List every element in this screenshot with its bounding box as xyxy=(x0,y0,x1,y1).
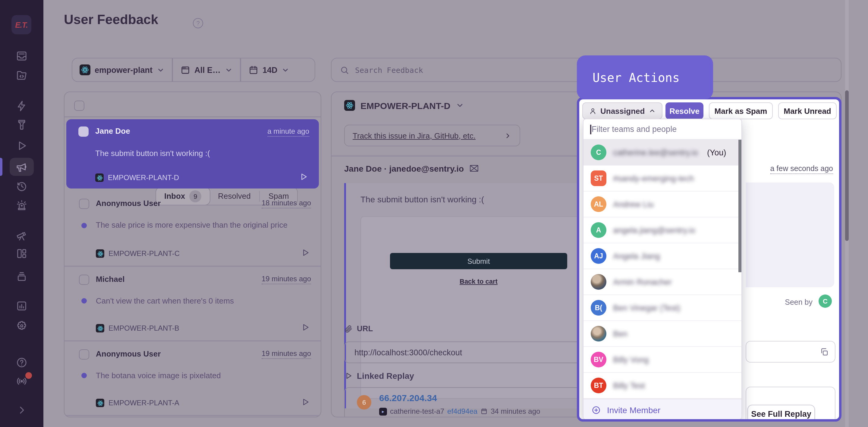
item-checkbox[interactable] xyxy=(79,349,89,360)
avatar: C xyxy=(591,144,607,160)
play-replay-icon[interactable] xyxy=(299,172,308,181)
inbox-icon[interactable] xyxy=(16,50,28,62)
history-icon[interactable] xyxy=(16,180,28,192)
replay-session: catherine-test-a7 xyxy=(390,407,444,416)
detail-project-header[interactable]: EMPOWER-PLANT-D xyxy=(344,100,464,111)
assignee-option[interactable]: A angela.jiang@sentry.io xyxy=(584,218,741,243)
play-replay-icon[interactable] xyxy=(301,248,310,257)
url-section-label: URL xyxy=(357,324,373,333)
track-issue-button[interactable]: Track this issue in Jira, GitHub, etc. xyxy=(344,125,520,146)
see-full-replay-button[interactable]: See Full Replay xyxy=(747,405,815,422)
item-timestamp[interactable]: a minute ago xyxy=(267,127,309,137)
search-icon xyxy=(340,65,349,74)
environment-select[interactable]: All E… xyxy=(173,58,240,81)
page-scrollbar-thumb[interactable] xyxy=(845,90,849,241)
detail-project-id: EMPOWER-PLANT-D xyxy=(361,100,450,110)
assignee-option[interactable]: AL Andrew Liu xyxy=(584,192,741,218)
assignee-option[interactable]: Ben xyxy=(584,321,741,347)
archive-icon[interactable] xyxy=(16,270,28,283)
feedback-timestamp[interactable]: a few seconds ago xyxy=(770,164,833,174)
envelope-icon xyxy=(469,163,479,173)
assignee-option[interactable]: B( Ben Vinegar (Test) xyxy=(584,295,741,321)
tab-resolved[interactable]: Resolved xyxy=(210,187,259,205)
item-checkbox[interactable] xyxy=(79,275,89,285)
item-timestamp[interactable]: 19 minutes ago xyxy=(261,349,311,359)
invite-member-button[interactable]: Invite Member xyxy=(584,399,741,420)
filter-bar: empower-plant All E… 14D xyxy=(72,58,315,82)
megaphone-icon[interactable] xyxy=(16,161,28,173)
resolve-button[interactable]: Resolve xyxy=(665,102,704,119)
flashlight-icon[interactable] xyxy=(16,119,28,131)
play-replay-icon[interactable] xyxy=(301,323,310,332)
settings-gear-icon[interactable] xyxy=(16,320,28,332)
user-actions-spotlight-panel: Unassigned Resolve Mark as Spam Mark Unr… xyxy=(577,97,841,422)
unread-dot xyxy=(82,298,87,303)
avatar-photo xyxy=(591,326,607,341)
url-field-fragment xyxy=(746,341,835,363)
react-icon xyxy=(96,399,104,407)
assignee-option[interactable]: C catherine.lee@sentry.io (You) xyxy=(584,140,741,166)
text-cursor xyxy=(590,124,591,134)
item-project-id: EMPOWER-PLANT-C xyxy=(108,249,180,258)
lightning-icon[interactable] xyxy=(16,100,28,112)
assignee-option[interactable]: BV Billy Vong xyxy=(584,347,741,373)
unread-dot xyxy=(82,223,87,228)
react-icon xyxy=(95,173,104,182)
chevron-right-icon xyxy=(504,132,512,139)
stats-icon[interactable] xyxy=(16,300,28,312)
react-icon xyxy=(80,64,90,75)
screenshot-submit-button: Submit xyxy=(390,253,567,269)
divider xyxy=(64,415,321,416)
page-title: User Feedback xyxy=(64,12,158,28)
feedback-list-item-selected[interactable]: Jane Doe a minute ago The submit button … xyxy=(66,119,319,189)
mark-as-spam-button[interactable]: Mark as Spam xyxy=(709,102,773,119)
assignee-option[interactable]: Armin Ronacher xyxy=(584,269,741,295)
avatar: BV xyxy=(591,352,607,367)
play-icon[interactable] xyxy=(16,140,28,152)
expand-chevron-icon[interactable] xyxy=(16,404,28,416)
org-logo[interactable]: E.T. xyxy=(11,15,31,34)
select-all-checkbox[interactable] xyxy=(74,101,84,111)
feedback-author: Jane Doe · janedoe@sentry.io xyxy=(344,164,464,173)
code-folder-icon[interactable] xyxy=(16,69,28,81)
calendar-icon xyxy=(480,408,488,415)
divider xyxy=(64,116,321,117)
seen-by-label: Seen by xyxy=(785,298,812,306)
seen-by-avatar: C xyxy=(818,295,832,308)
item-timestamp[interactable]: 19 minutes ago xyxy=(261,275,311,284)
item-checkbox[interactable] xyxy=(79,127,89,137)
daterange-select-label: 14D xyxy=(262,65,278,74)
environment-select-label: All E… xyxy=(194,65,221,74)
tab-inbox[interactable]: Inbox 9 xyxy=(155,187,210,205)
copy-icon[interactable] xyxy=(820,347,829,356)
telescope-icon[interactable] xyxy=(16,229,28,241)
replay-hash-link[interactable]: ef4d94ea xyxy=(447,407,477,416)
assignee-option[interactable]: BT Billy Test xyxy=(584,373,741,399)
help-icon[interactable] xyxy=(16,357,28,369)
assignee-option[interactable]: ST #sandy-emerging-tech xyxy=(584,166,741,192)
plus-circle-icon xyxy=(591,405,601,415)
chevron-up-icon xyxy=(648,107,655,114)
assignee-option[interactable]: AJ Angela Jiang xyxy=(584,243,741,269)
play-replay-icon[interactable] xyxy=(301,397,310,406)
replay-avatar: 6 xyxy=(357,395,371,409)
replay-badge-icon: ▸ xyxy=(379,407,387,415)
user-actions-callout: User Actions xyxy=(577,56,713,99)
project-select[interactable]: empower-plant xyxy=(72,58,172,81)
item-timestamp[interactable]: 18 minutes ago xyxy=(261,199,311,208)
avatar: ST xyxy=(591,170,607,186)
search-placeholder: Search Feedback xyxy=(355,65,423,74)
dashboard-icon[interactable] xyxy=(16,248,28,260)
siren-icon[interactable] xyxy=(16,199,28,211)
react-icon xyxy=(96,249,104,258)
help-question-icon[interactable]: ? xyxy=(193,18,203,28)
replay-ip-link[interactable]: 66.207.204.34 xyxy=(379,393,437,403)
you-suffix: (You) xyxy=(707,148,726,157)
item-checkbox[interactable] xyxy=(79,199,89,209)
assignee-dropdown-button[interactable]: Unassigned xyxy=(582,102,662,119)
daterange-select[interactable]: 14D xyxy=(241,58,297,81)
mark-unread-button[interactable]: Mark Unread xyxy=(778,102,837,119)
dropdown-scrollbar-thumb[interactable] xyxy=(738,140,741,272)
assignee-filter-input[interactable]: Filter teams and people xyxy=(584,119,741,140)
app-root: E.T. xyxy=(0,0,868,427)
